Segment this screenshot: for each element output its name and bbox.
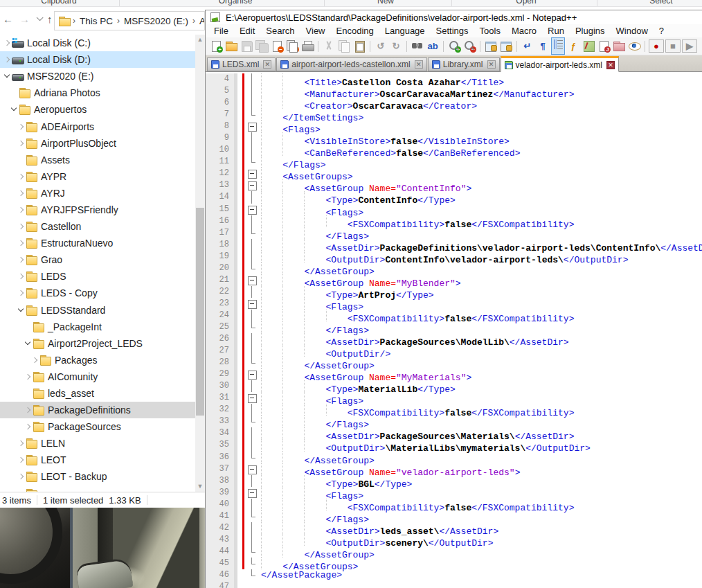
code-line-5[interactable]: 5<Manufacturer>OscarCaravacaMartinez</Ma… bbox=[206, 85, 702, 97]
fold-toggle-icon[interactable] bbox=[246, 298, 258, 310]
tree-item-local-disk-d-[interactable]: Local Disk (D:) bbox=[0, 51, 195, 68]
breadcrumb-item[interactable]: MSFS2020 (E:) bbox=[123, 16, 190, 26]
replace-icon[interactable]: ab bbox=[426, 39, 440, 53]
monitoring-icon[interactable] bbox=[627, 39, 641, 53]
save-icon[interactable] bbox=[240, 39, 253, 53]
fold-toggle-icon[interactable] bbox=[246, 179, 258, 191]
expand-chevron-icon[interactable] bbox=[17, 256, 26, 264]
fold-toggle-icon[interactable] bbox=[246, 463, 258, 475]
expand-chevron-icon[interactable] bbox=[30, 356, 39, 364]
menu-encoding[interactable]: Encoding bbox=[331, 26, 379, 36]
menu-plugins[interactable]: Plugins bbox=[570, 26, 611, 36]
tree-item-leds-copy[interactable]: LEDS - Copy bbox=[0, 285, 195, 301]
copy-icon[interactable] bbox=[337, 39, 351, 53]
tree-item-local-disk-c-[interactable]: Local Disk (C:) bbox=[0, 35, 195, 51]
expand-chevron-icon[interactable] bbox=[17, 172, 26, 181]
close-all-icon[interactable]: − bbox=[285, 39, 299, 53]
fold-toggle-icon[interactable] bbox=[246, 168, 258, 179]
code-line-30[interactable]: 30<Type>MaterialLib</Type> bbox=[206, 380, 702, 392]
menu-settings[interactable]: Settings bbox=[431, 26, 474, 36]
title-bar[interactable]: E:\Aeropuertos\LEDSStandard\PackageDefin… bbox=[206, 10, 702, 24]
indent-guide-icon[interactable] bbox=[551, 37, 565, 55]
code-line-4[interactable]: 4<Title>Castellon Costa Azahar</Title> bbox=[206, 73, 702, 85]
expand-chevron-icon[interactable] bbox=[24, 406, 33, 414]
menu-help[interactable]: ? bbox=[654, 26, 669, 36]
find-icon[interactable] bbox=[411, 39, 424, 53]
expand-chevron-icon[interactable] bbox=[17, 272, 26, 280]
fold-toggle-icon[interactable] bbox=[246, 121, 258, 132]
code-line-29[interactable]: 29<AssetGroup Name="MyMaterials"> bbox=[206, 368, 702, 380]
close-tab-icon[interactable]: ✕ bbox=[606, 61, 615, 69]
open-file-icon[interactable] bbox=[224, 39, 238, 53]
menu-language[interactable]: Language bbox=[379, 26, 431, 36]
save-all-icon[interactable] bbox=[255, 39, 269, 53]
expand-chevron-icon[interactable] bbox=[17, 206, 26, 214]
editor[interactable]: 4<Title>Castellon Costa Azahar</Title>5<… bbox=[206, 72, 702, 588]
breadcrumb-item[interactable]: This PC bbox=[78, 16, 114, 26]
tab-airport-airport-leds-castellon-xml[interactable]: airport-airport-leds-castellon.xml✕ bbox=[276, 57, 426, 71]
breadcrumb-item[interactable]: A bbox=[198, 16, 205, 26]
collapse-chevron-icon[interactable] bbox=[10, 105, 19, 114]
code-line-37[interactable]: 37<AssetGroup Name="velador-airport-leds… bbox=[206, 463, 702, 475]
code-line-39[interactable]: 39<Flags> bbox=[206, 487, 702, 499]
expand-chevron-icon[interactable] bbox=[3, 39, 12, 47]
menu-run[interactable]: Run bbox=[542, 26, 570, 36]
tree-item-ledsstandard[interactable]: LEDSStandard bbox=[0, 302, 195, 319]
fold-toggle-icon[interactable] bbox=[246, 204, 258, 215]
tree-item-aicomunity[interactable]: AIComunity bbox=[0, 368, 195, 385]
menu-window[interactable]: Window bbox=[611, 26, 654, 36]
tree-item-leds-asset[interactable]: leds_asset bbox=[0, 385, 195, 402]
tree-item-packagedefinitions[interactable]: PackageDefinitions bbox=[0, 402, 195, 418]
tree-item-msfs2020-e-[interactable]: MSFS2020 (E:) bbox=[0, 68, 195, 84]
macro-play-icon[interactable]: ▶ bbox=[682, 39, 697, 53]
tab-velador-airport-leds-xml[interactable]: velador-airport-leds.xml✕ bbox=[501, 56, 619, 72]
new-file-icon[interactable]: + bbox=[209, 39, 223, 53]
print-icon[interactable] bbox=[300, 39, 314, 53]
code-line-13[interactable]: 13<AssetGroup Name="ContentInfo"> bbox=[206, 179, 702, 191]
expand-chevron-icon[interactable] bbox=[17, 439, 26, 447]
code-line-10[interactable]: 10<CanBeReferenced>false</CanBeReference… bbox=[206, 144, 702, 156]
close-file-icon[interactable]: − bbox=[270, 39, 284, 53]
code-line-14[interactable]: 14<Type>ContentInfo</Type> bbox=[206, 191, 702, 203]
code-line-24[interactable]: 24<FSXCompatibility>false</FSXCompatibil… bbox=[206, 310, 702, 321]
tree-item-leln[interactable]: LELN bbox=[0, 435, 195, 452]
scrollbar-thumb[interactable] bbox=[196, 208, 204, 416]
expand-chevron-icon[interactable] bbox=[17, 189, 26, 197]
tree-item-leds[interactable]: LEDS bbox=[0, 268, 195, 285]
tree-item-adeairports[interactable]: ADEAirports bbox=[0, 118, 195, 134]
tree-item-grao[interactable]: Grao bbox=[0, 251, 195, 268]
code-line-40[interactable]: 40<FSXCompatibility>false</FSXCompatibil… bbox=[206, 499, 702, 510]
expand-chevron-icon[interactable] bbox=[17, 289, 26, 297]
tree-item-leot[interactable]: LEOT bbox=[0, 452, 195, 468]
expand-chevron-icon[interactable] bbox=[17, 139, 26, 148]
folder-as-workspace-icon[interactable] bbox=[612, 39, 626, 53]
code-line-6[interactable]: 6<Creator>OscarCaravaca</Creator> bbox=[206, 97, 702, 109]
tree-item-aeropuertos[interactable]: Aeropuertos bbox=[0, 101, 195, 118]
show-all-characters-icon[interactable]: ¶ bbox=[536, 39, 550, 53]
fold-toggle-icon[interactable] bbox=[246, 368, 258, 380]
close-tab-icon[interactable]: ✕ bbox=[415, 60, 423, 69]
redo-icon[interactable]: ↻ bbox=[389, 39, 403, 53]
undo-icon[interactable]: ↺ bbox=[374, 39, 388, 53]
tree-item-castellon[interactable]: Castellon bbox=[0, 218, 195, 235]
code-line-28[interactable]: 28</AssetGroup> bbox=[206, 357, 702, 368]
menu-edit[interactable]: Edit bbox=[234, 26, 260, 36]
expand-chevron-icon[interactable] bbox=[24, 422, 33, 431]
tree-item--packageint[interactable]: _PackageInt bbox=[0, 319, 195, 335]
code-line-46[interactable]: 46</AssetPackage> bbox=[206, 569, 702, 581]
menu-search[interactable]: Search bbox=[260, 26, 300, 36]
tree-item-ayrj[interactable]: AYRJ bbox=[0, 185, 195, 202]
tree-item-packagesources[interactable]: PackageSources bbox=[0, 418, 195, 435]
forward-icon[interactable]: → bbox=[19, 13, 30, 25]
macro-record-icon[interactable]: ● bbox=[649, 39, 664, 53]
tree-item-ayrjfpsfriendly[interactable]: AYRJFPSFriendly bbox=[0, 202, 195, 218]
word-wrap-icon[interactable]: ↵ bbox=[521, 39, 534, 53]
code-line-16[interactable]: 16<FSXCompatibility>false</FSXCompatibil… bbox=[206, 215, 702, 227]
scroll-up-icon[interactable]: ▲ bbox=[195, 35, 205, 45]
zoom-in-icon[interactable]: + bbox=[447, 39, 461, 53]
code-line-34[interactable]: 34<AssetDir>PackageSources\Materials\</A… bbox=[206, 427, 702, 439]
code-line-43[interactable]: 43<OutputDir>scenery\</OutputDir> bbox=[206, 534, 702, 546]
code-line-18[interactable]: 18<AssetDir>PackageDefinitions\velador-a… bbox=[206, 239, 702, 251]
code-line-12[interactable]: 12<AssetGroups> bbox=[206, 168, 702, 179]
recent-locations-chevron-icon[interactable] bbox=[37, 14, 44, 21]
